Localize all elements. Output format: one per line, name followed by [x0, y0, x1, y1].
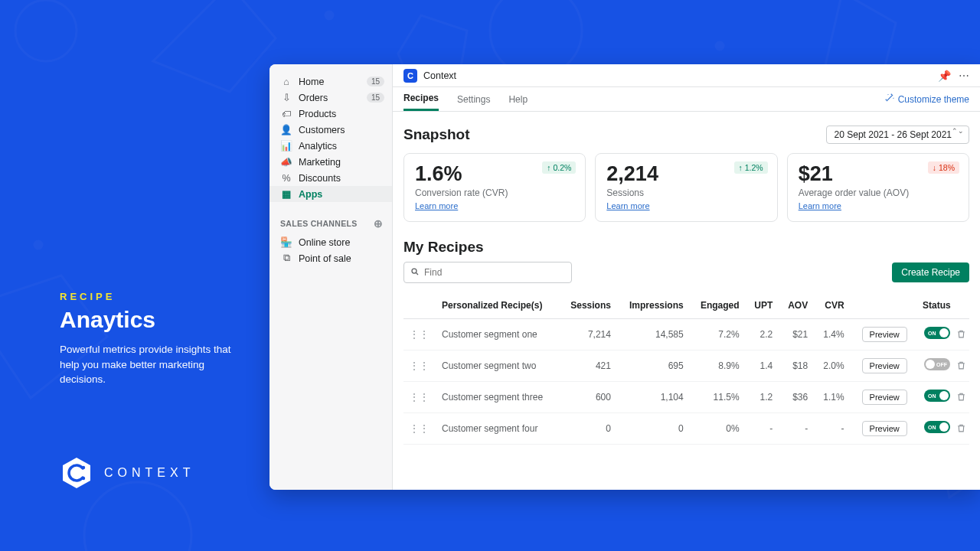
drag-handle[interactable]: ⋮⋮: [403, 318, 436, 350]
col-aov: AOV: [779, 292, 814, 319]
sidebar: ⌂Home15⇩Orders15🏷Products👤Customers📊Anal…: [270, 64, 392, 490]
promo-title: Anaytics: [60, 307, 251, 333]
table-row: ⋮⋮Customer segment one7,21414,5857.2%2.2…: [403, 318, 969, 350]
svg-point-1: [325, 11, 333, 19]
tab-settings[interactable]: Settings: [457, 87, 490, 111]
customize-theme-link[interactable]: Customize theme: [884, 93, 969, 106]
create-recipe-button[interactable]: Create Recipe: [892, 262, 969, 282]
sidebar-item-customers[interactable]: 👤Customers: [270, 122, 392, 138]
cell-aov: $21: [779, 318, 814, 350]
table-row: ⋮⋮Customer segment two4216958.9%1.4$182.…: [403, 350, 969, 381]
sidebar-item-label: Customers: [299, 125, 384, 135]
svg-point-5: [84, 482, 191, 551]
learn-more-link[interactable]: Learn more: [606, 201, 649, 210]
col-personalized-recipe-s-: Personalized Recipe(s): [436, 292, 560, 319]
channel-point-of-sale[interactable]: ⧉Point of sale: [270, 250, 392, 266]
recipes-heading: My Recipes: [403, 239, 484, 256]
sidebar-item-label: Orders: [299, 93, 367, 103]
status-toggle[interactable]: ON: [924, 421, 950, 433]
metric-card-1: ↑ 1.2%2,214SessionsLearn more: [595, 153, 777, 222]
col-engaged: Engaged: [690, 292, 746, 319]
learn-more-link[interactable]: Learn more: [415, 201, 458, 210]
home-icon: ⌂: [280, 77, 292, 87]
channel-label: Online store: [299, 237, 384, 248]
sidebar-item-discounts[interactable]: %Discounts: [270, 170, 392, 186]
status-toggle[interactable]: OFF: [924, 358, 950, 370]
pin-icon[interactable]: 📌: [938, 70, 951, 82]
app-logo-icon: C: [403, 69, 417, 83]
cell-aov: $36: [779, 381, 814, 412]
recipes-table: Personalized Recipe(s)SessionsImpression…: [403, 292, 969, 445]
preview-button[interactable]: Preview: [862, 327, 907, 342]
apps-icon: ▦: [280, 188, 292, 200]
search-input-wrap[interactable]: [403, 262, 572, 283]
marketing-icon: 📣: [280, 156, 292, 168]
sidebar-item-analytics[interactable]: 📊Analytics: [270, 138, 392, 154]
cell-impressions: 695: [617, 350, 690, 381]
add-channel-icon[interactable]: ⊕: [374, 217, 383, 230]
cell-sessions: 7,214: [560, 318, 617, 350]
svg-point-0: [15, 0, 77, 61]
status-toggle[interactable]: ON: [924, 327, 950, 339]
svg-point-8: [82, 477, 85, 480]
cell-aov: -: [779, 412, 814, 444]
cell-cvr: 1.4%: [814, 318, 850, 350]
search-icon: [410, 266, 420, 279]
cell-sessions: 421: [560, 350, 617, 381]
customers-icon: 👤: [280, 124, 292, 135]
svg-point-4: [34, 241, 42, 249]
drag-handle[interactable]: ⋮⋮: [403, 350, 436, 381]
sidebar-item-label: Discounts: [299, 173, 384, 184]
date-range-picker[interactable]: 20 Sept 2021 - 26 Sept 2021: [826, 126, 969, 144]
delete-icon[interactable]: [956, 329, 966, 341]
sidebar-item-label: Apps: [299, 189, 384, 200]
sidebar-item-marketing[interactable]: 📣Marketing: [270, 154, 392, 170]
cell-impressions: 1,104: [617, 381, 690, 412]
status-toggle[interactable]: ON: [924, 390, 950, 402]
svg-point-9: [412, 269, 416, 273]
sidebar-item-products[interactable]: 🏷Products: [270, 106, 392, 122]
sidebar-item-apps[interactable]: ▦Apps: [270, 186, 392, 202]
metric-card-2: ↓ 18%$21Average order value (AOV)Learn m…: [787, 153, 969, 222]
analytics-icon: 📊: [280, 140, 292, 152]
preview-button[interactable]: Preview: [862, 421, 907, 436]
recipe-name: Customer segment four: [436, 412, 560, 444]
sidebar-item-label: Marketing: [299, 157, 384, 168]
metric-label: Conversion rate (CVR): [415, 187, 574, 198]
tab-recipes[interactable]: Recipes: [403, 87, 439, 111]
channel-icon: 🏪: [280, 236, 292, 248]
svg-point-7: [82, 466, 85, 469]
preview-button[interactable]: Preview: [862, 358, 907, 373]
learn-more-link[interactable]: Learn more: [799, 201, 841, 210]
col-sessions: Sessions: [560, 292, 617, 319]
drag-handle[interactable]: ⋮⋮: [403, 412, 436, 444]
metric-label: Sessions: [606, 187, 766, 198]
sidebar-badge: 15: [367, 77, 384, 86]
delta-badge: ↑ 0.2%: [542, 161, 576, 174]
sidebar-item-home[interactable]: ⌂Home15: [270, 73, 392, 90]
col-cvr: CVR: [814, 292, 850, 319]
delete-icon[interactable]: [956, 392, 966, 404]
delete-icon[interactable]: [956, 360, 966, 373]
svg-marker-6: [63, 458, 90, 488]
sidebar-item-label: Analytics: [299, 141, 384, 152]
col-impressions: Impressions: [617, 292, 690, 319]
main-panel: C Context 📌 ⋯ Recipes Settings Help Cust…: [392, 64, 980, 490]
drag-handle[interactable]: ⋮⋮: [403, 381, 436, 412]
sidebar-item-orders[interactable]: ⇩Orders15: [270, 90, 392, 106]
channel-online-store[interactable]: 🏪Online store: [270, 234, 392, 250]
col-status: Status: [913, 292, 969, 319]
preview-button[interactable]: Preview: [862, 390, 907, 405]
app-title: Context: [423, 70, 932, 81]
delta-badge: ↓ 18%: [928, 161, 959, 174]
products-icon: 🏷: [280, 109, 292, 119]
table-row: ⋮⋮Customer segment three6001,10411.5%1.2…: [403, 381, 969, 412]
search-input[interactable]: [424, 267, 565, 278]
wand-icon: [884, 93, 895, 106]
more-icon[interactable]: ⋯: [959, 70, 969, 82]
delete-icon[interactable]: [956, 423, 966, 435]
tab-help[interactable]: Help: [508, 87, 528, 111]
recipe-name: Customer segment three: [436, 381, 560, 412]
cell-engaged: 7.2%: [690, 318, 746, 350]
cell-engaged: 8.9%: [690, 350, 746, 381]
